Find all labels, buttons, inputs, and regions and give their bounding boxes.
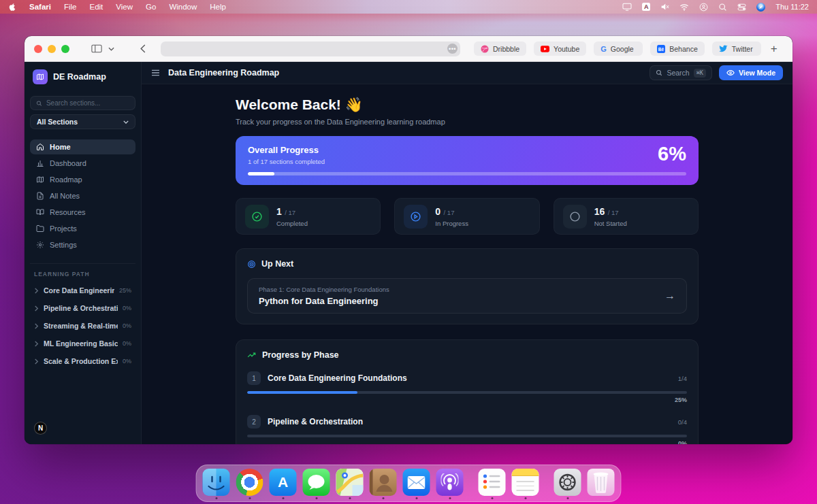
dock-item-contacts[interactable] — [370, 469, 397, 500]
page-title: Data Engineering Roadmap — [168, 68, 279, 78]
stat-card-in-progress: 0 / 17 In Progress — [394, 198, 539, 235]
sidebar-toggle-icon[interactable] — [91, 44, 102, 53]
stat-card-completed: 1 / 17 Completed — [236, 198, 381, 235]
file-text-icon — [36, 192, 44, 200]
welcome-subtitle: Track your progress on the Data Engineer… — [236, 118, 699, 126]
reminders-icon — [479, 469, 506, 496]
bookmark-dribbble[interactable]: Dribbble — [474, 41, 526, 56]
bookmark-twitter[interactable]: Twitter — [712, 41, 761, 56]
dock-item-podcasts[interactable] — [436, 469, 464, 500]
dock-item-reminders[interactable] — [479, 469, 506, 500]
learning-path-item-streaming[interactable]: Streaming & Real-time 0% — [30, 317, 135, 335]
brand-map-icon — [33, 69, 48, 84]
nextjs-dev-badge[interactable]: N — [34, 422, 47, 435]
dribbble-icon — [481, 45, 489, 53]
bookmark-google[interactable]: G Google — [594, 41, 643, 56]
address-bar[interactable]: ••• — [161, 41, 460, 56]
menubar-safari-icon[interactable] — [756, 3, 765, 12]
window-zoom-button[interactable] — [61, 45, 69, 53]
phase-progress-bar — [247, 435, 687, 437]
sidebar-item-roadmap[interactable]: Roadmap — [30, 172, 135, 187]
learning-path-item-scale[interactable]: Scale & Production Excell... 0% — [30, 352, 135, 370]
contacts-icon — [370, 469, 397, 496]
keyboard-shortcut-badge: ⌘K — [694, 69, 706, 78]
apple-menu-icon[interactable] — [8, 3, 16, 12]
view-mode-button[interactable]: View Mode — [719, 65, 783, 80]
menu-item-edit[interactable]: Edit — [90, 3, 103, 11]
book-open-icon — [36, 208, 44, 216]
sidebar-item-dashboard[interactable]: Dashboard — [30, 156, 135, 171]
back-button-icon[interactable] — [140, 44, 146, 53]
learning-path-item-ml[interactable]: ML Engineering Basics 0% — [30, 335, 135, 352]
menu-item-view[interactable]: View — [116, 3, 133, 11]
bookmark-behance[interactable]: Bē Behance — [650, 41, 704, 56]
menu-item-go[interactable]: Go — [146, 3, 156, 11]
dock-item-system-settings[interactable] — [554, 469, 581, 500]
dock-item-trash[interactable] — [588, 469, 615, 500]
dock-item-finder[interactable] — [203, 469, 230, 500]
dock-item-messages[interactable] — [303, 469, 330, 500]
dock-item-notes[interactable] — [512, 469, 539, 500]
window-minimize-button[interactable] — [48, 45, 56, 53]
window-close-button[interactable] — [34, 45, 42, 53]
learning-path-title: LEARNING PATH — [30, 263, 135, 278]
up-next-title: Up Next — [261, 259, 293, 269]
sections-filter-select[interactable]: All Sections — [30, 114, 135, 129]
user-account-icon[interactable] — [699, 3, 708, 12]
menu-bar-clock[interactable]: Thu 11:22 — [775, 3, 809, 11]
new-tab-button[interactable]: + — [771, 42, 778, 56]
wifi-icon[interactable] — [679, 3, 689, 11]
sidebar-item-all-notes[interactable]: All Notes — [30, 188, 135, 203]
overall-progress-title: Overall Progress — [248, 145, 686, 155]
address-bar-more-icon[interactable]: ••• — [447, 44, 458, 54]
progress-by-phase-title: Progress by Phase — [262, 350, 339, 360]
input-source-icon[interactable]: A — [642, 3, 650, 11]
sidebar-item-home[interactable]: Home — [30, 139, 135, 154]
app-main: Data Engineering Roadmap Search ⌘K View … — [142, 62, 792, 444]
app-store-icon: A — [270, 469, 297, 496]
menu-item-window[interactable]: Window — [169, 3, 197, 11]
youtube-icon — [541, 46, 549, 52]
sidebar-item-settings[interactable]: Settings — [30, 237, 135, 252]
app-header: Data Engineering Roadmap Search ⌘K View … — [142, 62, 792, 84]
display-icon[interactable] — [622, 3, 632, 11]
dock-item-mail[interactable] — [403, 469, 430, 500]
menu-item-safari[interactable]: Safari — [29, 3, 51, 11]
spotlight-search-icon[interactable] — [718, 3, 727, 12]
header-search-button[interactable]: Search ⌘K — [650, 65, 712, 80]
wave-emoji: 👋 — [345, 97, 363, 112]
learning-path-item-core[interactable]: Core Data Engineering F... 25% — [30, 282, 135, 299]
bookmark-youtube[interactable]: Youtube — [534, 41, 586, 56]
up-next-card: Up Next Phase 1: Core Data Engineering F… — [236, 248, 699, 324]
chevron-right-icon — [34, 323, 39, 329]
home-icon — [36, 143, 44, 151]
maps-icon — [336, 469, 364, 496]
menu-toggle-icon[interactable] — [151, 67, 160, 79]
control-center-icon[interactable] — [737, 3, 746, 11]
dock-item-maps[interactable] — [336, 469, 364, 500]
mail-icon — [403, 469, 430, 496]
overall-progress-fill — [248, 172, 274, 175]
menu-item-help[interactable]: Help — [210, 3, 226, 11]
stat-card-not-started: 16 / 17 Not Started — [554, 198, 699, 235]
overall-progress-percent: 6% — [658, 143, 686, 165]
up-next-item[interactable]: Phase 1: Core Data Engineering Foundatio… — [247, 278, 687, 314]
map-icon — [36, 175, 44, 184]
mute-icon[interactable] — [660, 3, 669, 11]
tab-overview-chevron-icon[interactable] — [108, 47, 114, 51]
trash-icon — [588, 469, 615, 496]
learning-path-item-pipeline[interactable]: Pipeline & Orchestration 0% — [30, 299, 135, 317]
app-sidebar: DE Roadmap All Sections Home — [25, 62, 142, 444]
up-next-name: Python for Data Engineering — [259, 296, 389, 306]
phase-row-2: 2 Pipeline & Orchestration 0/4 0% — [247, 415, 687, 444]
dock-item-app-store[interactable]: A — [270, 469, 297, 500]
dock-item-chrome[interactable] — [236, 469, 263, 500]
menu-item-file[interactable]: File — [64, 3, 77, 11]
sidebar-search[interactable] — [30, 96, 135, 110]
sidebar-search-input[interactable] — [46, 99, 129, 107]
search-icon — [36, 100, 42, 107]
safari-window: ••• Dribbble Youtube G Google Bē Behance — [25, 36, 792, 444]
sidebar-item-resources[interactable]: Resources — [30, 205, 135, 220]
dock: A — [196, 465, 622, 502]
sidebar-item-projects[interactable]: Projects — [30, 221, 135, 236]
